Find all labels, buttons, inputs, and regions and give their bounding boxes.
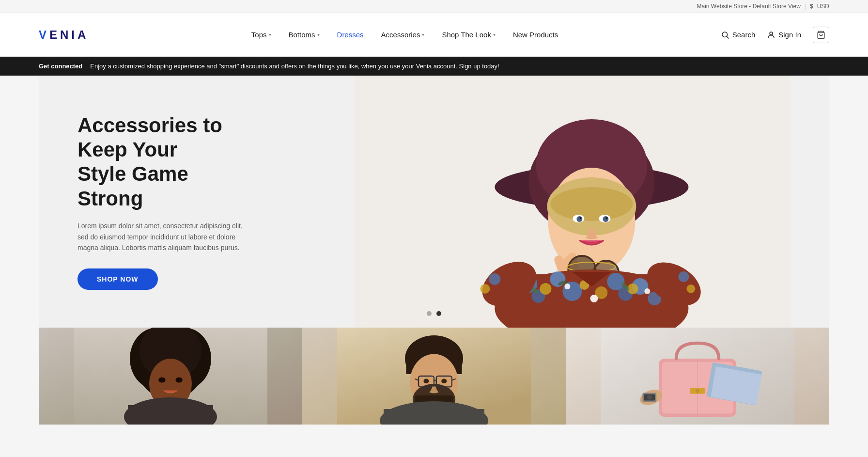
bottom-card-3[interactable] (566, 328, 829, 425)
hero-illustration (315, 76, 829, 328)
bottom-cards-section (39, 328, 829, 425)
svg-point-38 (540, 283, 552, 295)
chevron-down-icon: ▾ (493, 32, 496, 37)
hero-section: Accessories to Keep Your Style Game Stro… (39, 76, 829, 328)
chevron-down-icon: ▾ (269, 32, 271, 37)
chevron-down-icon: ▾ (317, 32, 320, 37)
banner-bold: Get connected (39, 63, 82, 70)
bottom-card-2[interactable] (302, 328, 566, 425)
svg-point-45 (645, 288, 651, 294)
svg-point-62 (158, 377, 165, 382)
svg-point-51 (480, 284, 490, 294)
logo[interactable]: VENIA (39, 28, 89, 42)
hero-description: Lorem ipsum dolor sit amet, consectetur … (78, 221, 252, 253)
chevron-down-icon: ▾ (422, 32, 424, 37)
svg-point-94 (647, 395, 652, 400)
nav-bottoms[interactable]: Bottoms ▾ (289, 31, 320, 39)
currency-label: USD (817, 3, 829, 10)
promo-banner: Get connected Enjoy a customized shoppin… (0, 57, 868, 76)
carousel-dot-2[interactable] (436, 311, 441, 316)
top-bar: Main Website Store - Default Store View … (0, 0, 868, 13)
shop-now-button[interactable]: SHOP NOW (78, 268, 158, 290)
cart-button[interactable] (813, 27, 829, 43)
svg-point-15 (580, 217, 582, 219)
svg-point-2 (770, 32, 773, 35)
search-icon (721, 31, 729, 39)
svg-point-0 (722, 32, 728, 37)
carousel-dot-1[interactable] (427, 311, 432, 316)
svg-point-10 (551, 187, 633, 221)
hero-image (315, 76, 829, 328)
user-icon (767, 31, 775, 39)
svg-line-1 (727, 36, 728, 38)
nav-tops[interactable]: Tops ▾ (251, 31, 271, 39)
store-info: Main Website Store - Default Store View (697, 3, 801, 10)
nav-shop-the-look[interactable]: Shop The Look ▾ (442, 31, 495, 39)
svg-point-50 (489, 273, 501, 285)
svg-rect-81 (384, 409, 484, 425)
svg-point-53 (679, 271, 689, 282)
nav-dresses[interactable]: Dresses (337, 31, 364, 39)
card-3-image (566, 328, 829, 425)
svg-point-16 (606, 217, 608, 219)
card-2-image (302, 328, 566, 425)
svg-point-44 (590, 295, 598, 302)
currency-symbol: $ (810, 3, 813, 10)
hero-title: Accessories to Keep Your Style Game Stro… (78, 113, 252, 211)
cart-icon (817, 31, 825, 39)
svg-rect-65 (128, 405, 213, 425)
signin-button[interactable]: Sign In (767, 31, 801, 39)
svg-point-13 (577, 216, 583, 222)
nav-accessories[interactable]: Accessories ▾ (381, 31, 425, 39)
svg-point-63 (175, 377, 182, 382)
card-1-image (39, 328, 302, 425)
bottom-card-1[interactable] (39, 328, 302, 425)
main-header: VENIA Tops ▾ Bottoms ▾ Dresses Accessori… (0, 13, 868, 57)
main-nav: Tops ▾ Bottoms ▾ Dresses Accessories ▾ S… (251, 31, 558, 39)
hero-content: Accessories to Keep Your Style Game Stro… (39, 113, 291, 290)
divider: | (805, 3, 806, 10)
svg-point-43 (565, 284, 571, 289)
logo-v: V (39, 28, 49, 41)
svg-point-78 (423, 379, 429, 384)
search-button[interactable]: Search (721, 31, 756, 39)
carousel-dots (427, 311, 441, 316)
svg-point-79 (441, 379, 447, 384)
logo-rest: ENIA (49, 28, 89, 41)
nav-new-products[interactable]: New Products (513, 31, 558, 39)
svg-point-14 (603, 216, 609, 222)
svg-point-54 (687, 284, 696, 293)
banner-description: Enjoy a customized shopping experience a… (90, 63, 499, 70)
header-actions: Search Sign In (721, 27, 829, 43)
